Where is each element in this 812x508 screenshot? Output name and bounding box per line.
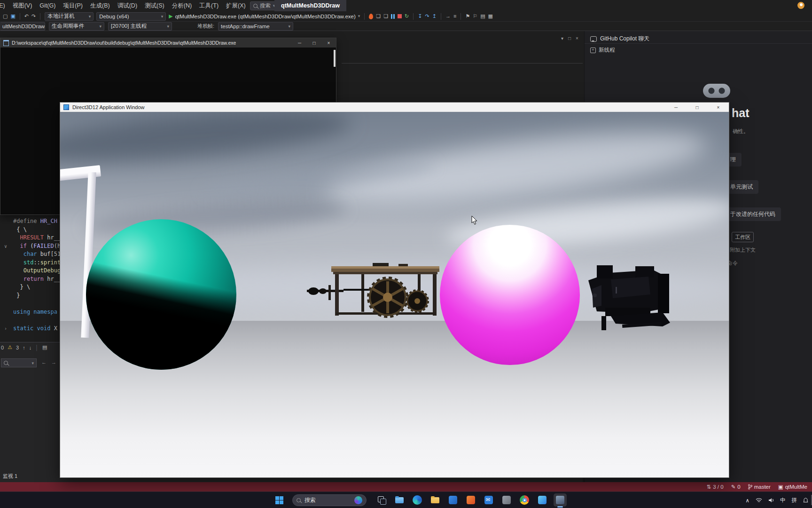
taskbar-explorer-icon[interactable] <box>393 493 406 507</box>
new-file-icon[interactable]: ▢ <box>3 14 8 19</box>
menu-item[interactable]: 测试(S) <box>141 0 168 12</box>
menu-item[interactable]: 扩展(X) <box>222 0 250 12</box>
minimize-button[interactable]: ─ <box>665 103 687 112</box>
error-count[interactable]: 0 <box>1 345 4 350</box>
save-icon[interactable]: ▣ <box>10 14 15 19</box>
menu-item[interactable]: Git(G) <box>36 0 59 11</box>
commit-counter[interactable]: ⇅ 3 / 0 <box>707 484 724 490</box>
wifi-icon[interactable] <box>756 498 762 503</box>
menu-item[interactable]: 项目(P) <box>59 0 86 12</box>
taskbar-edge-icon[interactable] <box>411 493 424 507</box>
taskbar-chrome-icon[interactable] <box>518 493 531 507</box>
stack-frame-dropdown[interactable]: testApp::drawFrame▾ <box>218 22 293 31</box>
process-dropdown[interactable]: ultMeshD3DDraw.e▾ <box>0 22 45 31</box>
account-badge[interactable] <box>797 2 804 9</box>
thread-dropdown[interactable]: [20700] 主线程▾ <box>108 22 172 31</box>
repo-indicator[interactable]: ▣ qtMultMe <box>778 484 807 490</box>
menu-item[interactable]: 生成(B) <box>86 0 114 12</box>
maximize-icon[interactable]: □ <box>568 36 571 41</box>
target-machine-dropdown[interactable]: 本地计算机▾ <box>45 12 94 21</box>
break-all-icon[interactable] <box>391 14 395 19</box>
start-button[interactable] <box>275 496 283 504</box>
pending-edits[interactable]: ✎ 0 <box>731 484 741 490</box>
bookmark-icon[interactable]: ⚑ <box>465 14 470 19</box>
notification-bell-icon[interactable] <box>803 498 808 503</box>
warning-count[interactable]: 3 <box>16 345 19 350</box>
menu-item[interactable]: 编辑(E) <box>0 0 9 12</box>
d3d-titlebar[interactable]: Direct3D12 Application Window ─ □ × <box>60 103 729 112</box>
taskbar-vscode-icon[interactable] <box>446 493 460 507</box>
window-icon[interactable]: ❏ <box>376 14 381 19</box>
step-out-icon[interactable]: ↥ <box>432 14 437 19</box>
new-thread-button[interactable]: + 新线程 <box>590 47 615 54</box>
list-icon[interactable]: ≡ <box>453 14 456 19</box>
console-title: D:\workspace\qt\qtMultMeshD3DDraw\out\bu… <box>12 40 236 46</box>
code-line: ›static void X <box>0 325 60 333</box>
d3d-viewport[interactable] <box>60 112 729 477</box>
hot-reload-icon[interactable] <box>369 13 374 19</box>
lifecycle-events-dropdown[interactable]: 生命周期事件▾ <box>49 22 104 31</box>
console-scrollbar[interactable] <box>334 50 336 67</box>
menu-item[interactable]: 工具(T) <box>195 0 222 12</box>
window-icon[interactable]: ❏ <box>383 14 388 19</box>
code-line: ∨ if (FAILED(h <box>0 242 60 251</box>
chevron-down-icon[interactable]: ▾ <box>561 36 563 41</box>
stop-debugging-icon[interactable] <box>398 14 402 18</box>
menu-item[interactable]: 分析(N) <box>168 0 195 12</box>
commits-icon: ⇅ <box>707 484 711 490</box>
repo-icon: ▣ <box>778 484 783 490</box>
code-line: char buf[512 <box>0 250 60 259</box>
menu-item[interactable]: 调试(D) <box>114 0 141 12</box>
taskbar-dx-app-icon[interactable] <box>554 493 567 507</box>
taskbar-mail-icon[interactable] <box>482 493 495 507</box>
taskbar-task-view-icon[interactable] <box>375 493 388 507</box>
back-icon[interactable]: ← <box>41 359 47 365</box>
taskbar: 搜索 ∧ 中 拼 <box>0 492 812 508</box>
menu-item[interactable]: 视图(V) <box>9 0 36 12</box>
volume-icon[interactable] <box>768 498 774 503</box>
restart-icon[interactable]: ↻ <box>405 14 409 19</box>
down-icon[interactable]: ↓ <box>29 345 32 350</box>
redo-icon[interactable]: ↷ <box>31 14 36 19</box>
console-titlebar[interactable]: D:\workspace\qt\qtMultMeshD3DDraw\out\bu… <box>0 38 336 48</box>
start-debugging-button[interactable]: ▶ qtMultMeshD3DDraw.exe (qtMultMeshD3DDr… <box>169 14 360 19</box>
next-statement-icon[interactable]: → <box>445 14 451 19</box>
taskbar-photos-icon[interactable] <box>536 493 549 507</box>
copilot-logo-icon <box>703 84 730 98</box>
step-over-icon[interactable]: ↷ <box>425 14 429 19</box>
search-icon <box>297 498 301 502</box>
code-lines[interactable]: #define HR_CH { \ HRESULT hr__∨ if (FAIL… <box>0 217 60 341</box>
copilot-title: GitHub Copilot 聊天 <box>600 35 649 43</box>
bookmark-outline-icon[interactable]: ⚐ <box>473 14 477 19</box>
maximize-button[interactable]: □ <box>687 103 708 112</box>
taskbar-folder-icon[interactable] <box>429 493 442 507</box>
taskbar-app-gray-icon[interactable] <box>500 493 513 507</box>
watch-search-box[interactable]: ▾ <box>1 358 37 367</box>
separator <box>441 13 441 20</box>
tray-chevron-icon[interactable]: ∧ <box>746 497 750 504</box>
code-line: { \ <box>0 226 60 234</box>
vs-toolbar-standard: ▢ ▣ ↶ ↷ 本地计算机▾ Debug (x64)▾ ▶ qtMultMesh… <box>0 11 812 22</box>
taskbar-search[interactable]: 搜索 <box>292 494 367 506</box>
watch-tab[interactable]: 监视 1 <box>3 473 17 480</box>
close-icon[interactable]: × <box>576 36 578 41</box>
fold-marker-icon[interactable]: › <box>4 325 7 333</box>
ime-mode-indicator[interactable]: 拼 <box>792 497 797 504</box>
branch-indicator[interactable]: master <box>748 484 771 490</box>
maximize-button[interactable]: □ <box>307 38 321 48</box>
forward-icon[interactable]: → <box>51 359 56 365</box>
up-icon[interactable]: ↑ <box>23 345 25 350</box>
grid-icon[interactable]: ▤ <box>480 14 485 19</box>
fold-marker-icon[interactable]: ∨ <box>4 242 7 251</box>
close-button[interactable]: × <box>708 103 729 112</box>
close-button[interactable]: × <box>321 38 336 48</box>
minimize-button[interactable]: ─ <box>292 38 307 48</box>
undo-icon[interactable]: ↶ <box>24 14 29 19</box>
ime-language-indicator[interactable]: 中 <box>780 497 786 504</box>
taskbar-app-orange-icon[interactable] <box>464 493 477 507</box>
grid-icon[interactable]: ▤ <box>42 344 47 350</box>
config-dropdown[interactable]: Debug (x64)▾ <box>96 12 166 21</box>
grid2-icon[interactable]: ▦ <box>488 14 493 19</box>
copilot-context-chip[interactable]: 工作区 <box>732 232 754 242</box>
step-into-icon[interactable]: ↧ <box>418 14 422 19</box>
